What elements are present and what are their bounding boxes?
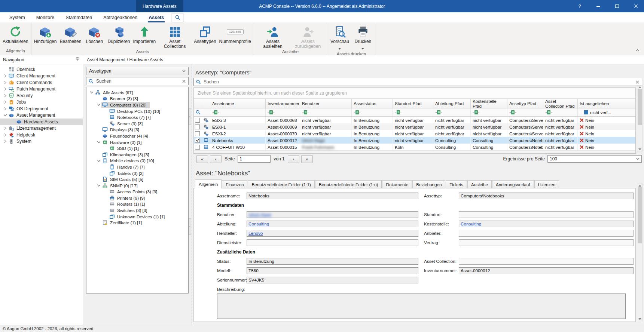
assettyp-field[interactable]: Computers\Notebooks [459, 193, 634, 199]
asset-type-zertifikate-1-1[interactable]: Zertifikate (1) [1] [86, 219, 188, 226]
abteilung-field[interactable]: Consulting [247, 221, 418, 227]
chevron-right-icon[interactable] [2, 74, 8, 78]
inventarnummer-field[interactable]: Asset-0000012 [459, 267, 634, 274]
sidebar-item-hardware-assets[interactable]: Hardware Assets [0, 119, 83, 125]
chevron-right-icon[interactable] [2, 133, 8, 137]
chevron-down-icon[interactable] [96, 159, 101, 162]
next-page-button[interactable]: › [288, 155, 299, 163]
scroll-down-icon[interactable] [638, 318, 641, 320]
scrollbar-thumb[interactable] [638, 89, 642, 125]
asset-grid-search-input[interactable] [203, 79, 634, 85]
bearbeiten-button[interactable]: Bearbeiten [58, 24, 82, 49]
column-header-assetname[interactable]: Assetname [210, 99, 266, 108]
filter-cell-abteilung-pfad[interactable]: aBc [433, 108, 471, 116]
checkbox-unchecked[interactable] [195, 118, 200, 123]
asset-type-notebooks-7-7[interactable]: Notebooks (7) [7] [86, 114, 188, 120]
sidebar-item-lizenzmanagement[interactable]: Lizenzmanagement [0, 125, 83, 132]
asset-type-sim-cards-5-5[interactable]: SIM Cards (5) [5] [86, 176, 188, 182]
sidebar-item-client-commands[interactable]: Client Commands [0, 79, 83, 86]
filter-cell-inventarnummer[interactable]: aBc [266, 108, 300, 116]
asset-type-search[interactable] [86, 77, 189, 85]
sidebar-item-helpdesk[interactable]: Helpdesk [0, 132, 83, 138]
clear-icon[interactable] [182, 79, 186, 83]
seriennummer-field[interactable]: SV4JK5 [247, 277, 418, 283]
asset-type-handys-7-7[interactable]: Handys (7) [7] [86, 164, 188, 170]
equals-filter-icon[interactable]: = [580, 110, 582, 115]
filter-cell-benutzer[interactable]: aBc [300, 108, 352, 116]
tab-allgemein[interactable]: Allgemein [195, 179, 222, 188]
hinzuf-gen-button[interactable]: Hinzufügen [33, 24, 58, 49]
column-header-inventarnummer[interactable]: Inventarnummer [266, 99, 300, 108]
asset-type-desktop-pcs-10-10[interactable]: Desktop PCs (10) [10] [86, 108, 188, 114]
assetname-field[interactable]: Notebooks [247, 193, 418, 199]
filter-cell-assetname[interactable]: aBc [210, 108, 266, 116]
sidebar-item-client-management[interactable]: Client Management [0, 73, 83, 80]
text-filter-icon[interactable]: aBc [509, 110, 516, 114]
per-page-select[interactable]: 100 [547, 155, 642, 163]
drucken-button[interactable]: Drucken [352, 24, 374, 52]
sidebar-item-security[interactable]: Security [0, 92, 83, 99]
menu-item-abfrageaktionen[interactable]: Abfrageaktionen [98, 12, 143, 22]
ulrich-hage-link[interactable]: Ulrich Hage [248, 212, 271, 217]
chevron-right-icon[interactable] [2, 94, 8, 98]
chevron-right-icon[interactable] [2, 126, 8, 130]
tab-dokumente[interactable]: Dokumente [382, 180, 412, 188]
sidebar-item-patch-management[interactable]: Patch Management [0, 86, 83, 93]
asset-grid-search[interactable] [193, 78, 642, 86]
tab-benutzerdefinierte-felder-1-1[interactable]: Benutzerdefinierte Felder (1:1) [248, 180, 315, 188]
tab-ausleihe[interactable]: Ausleihe [467, 180, 492, 188]
menu-item-assets[interactable]: Assets [143, 12, 170, 22]
checkbox-unchecked[interactable] [195, 131, 200, 136]
filter-cell-ist-ausgeliehen[interactable]: =nicht verf... [578, 108, 635, 116]
consulting-link[interactable]: Consulting [461, 221, 481, 226]
column-header-benutzer[interactable]: Benutzer [300, 99, 352, 108]
importieren-button[interactable]: Importieren [132, 24, 157, 49]
text-filter-icon[interactable]: aBc [435, 110, 442, 114]
splitter-collapse-handle[interactable]: ‹ [189, 108, 191, 125]
asset-type-unknown-devices-1-1[interactable]: Unknown Devices (1) [1] [86, 213, 188, 220]
tab-beziehungen[interactable]: Beziehungen [412, 180, 445, 188]
asset-type-access-points-3-3[interactable]: Access Points (3) [3] [86, 189, 188, 195]
detail-scrollbar[interactable] [637, 184, 643, 321]
column-header-kostenstelle-pfad[interactable]: Kostenstelle Pfad [471, 99, 507, 108]
asset-type-beamer-3-3[interactable]: Beamer (3) [3] [86, 96, 188, 102]
sidebar-item-asset-management[interactable]: Asset Management [0, 112, 83, 119]
table-row-esxi-2[interactable]: ESXi-2Asset-0000070nicht verfügbarIn Ben… [194, 130, 635, 137]
chevron-down-icon[interactable] [89, 91, 94, 94]
beschreibung-textarea[interactable] [217, 293, 626, 319]
asset-type-klimaanlagen-3-3[interactable]: Klimaanlagen (3) [3] [86, 151, 188, 158]
asset-type-alle-assets-67[interactable]: Alle Assets [67] [86, 89, 188, 96]
table-row-esxi-3[interactable]: ESXi-3Asset-0000068nicht verfügbarIn Ben… [194, 117, 635, 123]
duplizieren-button[interactable]: Duplizieren [106, 24, 131, 49]
sidebar-item-system[interactable]: System [0, 138, 83, 145]
table-row-esxi-1[interactable]: ESXi-1Asset-0000069nicht verfügbarIn Ben… [194, 123, 635, 130]
close-button[interactable] [633, 3, 639, 9]
lenovo-link[interactable]: Lenovo [248, 231, 263, 236]
anbieter-field[interactable] [459, 230, 634, 237]
nummernprofile-button[interactable]: 123 456Nummernprofile [218, 24, 252, 49]
asset-type-server-3-3[interactable]: Server (3) [3] [86, 120, 188, 127]
grid-scrollbar[interactable] [637, 85, 643, 151]
sidebar-item-jobs[interactable]: Jobs [0, 99, 83, 106]
menu-search-button[interactable] [172, 13, 183, 22]
asset-type-switches-3-3[interactable]: Switches (3) [3] [86, 207, 188, 213]
last-page-button[interactable]: » [301, 155, 313, 163]
column-header-assetstatus[interactable]: Assetstatus [352, 99, 393, 108]
menu-item-stammdaten[interactable]: Stammdaten [60, 12, 98, 22]
asset-collections-button[interactable]: Asset Collections [158, 24, 192, 49]
checkbox-checked[interactable] [195, 138, 200, 143]
help-button[interactable]: ? [577, 3, 583, 9]
sidebar-item-os-deployment[interactable]: OS Deployment [0, 105, 83, 112]
asset-type-printers-9-9[interactable]: Printers (9) [9] [86, 195, 188, 201]
asset-type-routers-1-1[interactable]: Routers (1) [1] [86, 201, 188, 208]
consulting-link[interactable]: Consulting [248, 221, 269, 226]
status-field[interactable]: In Benutzung [247, 258, 418, 265]
text-filter-icon[interactable]: aBc [473, 110, 480, 114]
chevron-right-icon[interactable] [2, 100, 8, 104]
text-filter-icon[interactable]: aBc [212, 110, 219, 114]
tab-lizenzen[interactable]: Lizenzen [534, 180, 559, 188]
asset-type-mobile-devices-0-10[interactable]: Mobile devices (0) [10] [86, 158, 188, 164]
filter-cell-kostenstelle-pfad[interactable]: aBc [471, 108, 507, 116]
asset-type-displays-3-3[interactable]: Displays (3) [3] [86, 127, 188, 133]
text-filter-icon[interactable]: aBc [302, 110, 309, 114]
